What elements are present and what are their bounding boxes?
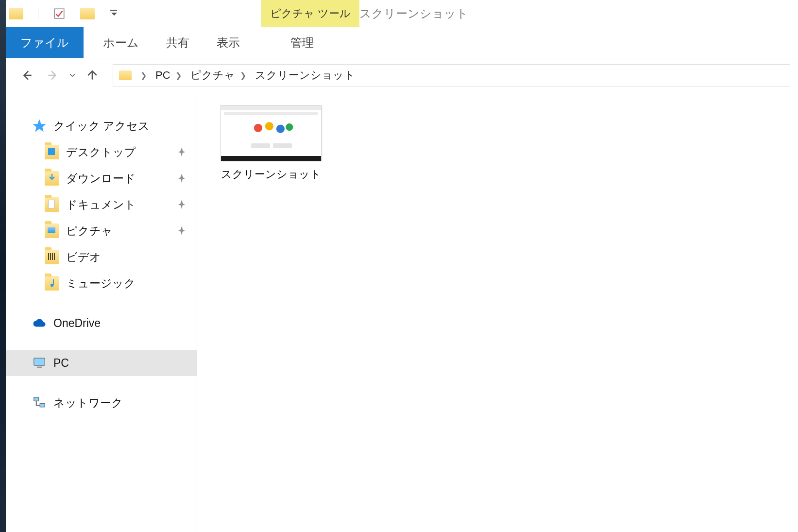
- content-pane[interactable]: スクリーンショット: [197, 92, 798, 532]
- svg-rect-0: [54, 9, 64, 18]
- sidebar-item-downloads[interactable]: ダウンロード: [6, 165, 197, 191]
- new-folder-icon[interactable]: [80, 8, 95, 19]
- desktop-background-sliver: [0, 0, 6, 532]
- sidebar-item-label: PC: [53, 357, 69, 370]
- sidebar-item-label: ミュージック: [66, 276, 136, 291]
- svg-point-5: [51, 284, 53, 287]
- sidebar-item-music[interactable]: ミュージック: [6, 270, 197, 296]
- back-button[interactable]: [17, 65, 38, 86]
- recent-locations-dropdown[interactable]: [67, 72, 78, 79]
- tab-manage[interactable]: 管理: [268, 27, 336, 58]
- navigation-pane: クイック アクセス デスクトップ ダウンロード ドキュメント ピクチャ: [6, 92, 197, 532]
- sidebar-item-label: クイック アクセス: [53, 119, 150, 134]
- breadcrumb-pictures[interactable]: ピクチャ❯: [187, 68, 252, 83]
- contextual-tab-header: ピクチャ ツール: [261, 0, 359, 27]
- folder-icon: [45, 171, 59, 186]
- sidebar-item-quick-access[interactable]: クイック アクセス: [6, 113, 197, 139]
- breadcrumb-pc[interactable]: PC❯: [153, 69, 187, 82]
- breadcrumb-screenshots[interactable]: スクリーンショット: [252, 68, 358, 83]
- title-bar: ピクチャ ツール スクリーンショット: [0, 0, 798, 27]
- sidebar-item-onedrive[interactable]: OneDrive: [6, 310, 197, 336]
- tab-view-label: 表示: [217, 35, 240, 51]
- pc-icon: [32, 356, 47, 370]
- tab-share-label: 共有: [166, 35, 189, 51]
- sidebar-item-desktop[interactable]: デスクトップ: [6, 139, 197, 165]
- tab-view[interactable]: 表示: [203, 27, 254, 58]
- tab-home-label: ホーム: [103, 35, 139, 51]
- breadcrumb-pc-label: PC: [155, 69, 170, 82]
- explorer-window: ピクチャ ツール スクリーンショット ファイル ホーム 共有 表示 管理 ❯ P…: [0, 0, 798, 532]
- pin-icon: [176, 173, 187, 184]
- svg-rect-9: [40, 403, 45, 407]
- forward-button[interactable]: [42, 65, 63, 86]
- sidebar-item-pc[interactable]: PC: [6, 350, 197, 376]
- navigation-bar: ❯ PC❯ ピクチャ❯ スクリーンショット: [0, 58, 798, 92]
- folder-icon: [45, 276, 59, 291]
- svg-marker-4: [33, 119, 46, 132]
- sidebar-item-pictures[interactable]: ピクチャ: [6, 218, 197, 244]
- sidebar-item-network[interactable]: ネットワーク: [6, 390, 197, 416]
- svg-rect-7: [37, 367, 42, 368]
- sidebar-item-label: デスクトップ: [66, 145, 136, 160]
- tab-file[interactable]: ファイル: [6, 27, 84, 58]
- tab-manage-label: 管理: [290, 35, 314, 51]
- network-icon: [32, 395, 47, 410]
- breadcrumb-sep[interactable]: ❯: [135, 71, 153, 80]
- breadcrumb-pictures-label: ピクチャ: [190, 68, 235, 83]
- window-title: スクリーンショット: [359, 0, 468, 27]
- folder-icon: [45, 145, 59, 159]
- tab-file-label: ファイル: [20, 35, 69, 51]
- sidebar-item-label: ピクチャ: [66, 223, 113, 239]
- cloud-icon: [32, 316, 47, 330]
- properties-icon[interactable]: [53, 7, 66, 20]
- pin-icon: [176, 199, 187, 210]
- sidebar-item-label: ダウンロード: [66, 171, 136, 186]
- sidebar-item-label: ネットワーク: [53, 395, 123, 411]
- divider: [38, 7, 38, 20]
- up-button[interactable]: [82, 65, 103, 86]
- body: クイック アクセス デスクトップ ダウンロード ドキュメント ピクチャ: [0, 92, 798, 532]
- folder-icon: [119, 70, 132, 80]
- folder-icon: [45, 197, 59, 212]
- sidebar-item-documents[interactable]: ドキュメント: [6, 191, 197, 218]
- contextual-tab-label: ピクチャ ツール: [270, 6, 351, 21]
- breadcrumb-screenshots-label: スクリーンショット: [255, 68, 355, 83]
- quick-access-toolbar: [9, 7, 119, 20]
- tab-share[interactable]: 共有: [153, 27, 203, 58]
- quick-access-icon: [32, 119, 47, 133]
- qat-customize-dropdown[interactable]: [109, 10, 119, 17]
- pin-icon: [176, 147, 187, 157]
- folder-icon[interactable]: [9, 8, 23, 19]
- sidebar-item-videos[interactable]: ビデオ: [6, 244, 197, 270]
- sidebar-item-label: OneDrive: [53, 317, 101, 330]
- window-title-text: スクリーンショット: [359, 6, 468, 21]
- tab-home[interactable]: ホーム: [89, 27, 153, 58]
- folder-icon: [45, 250, 59, 264]
- pin-icon: [176, 225, 187, 236]
- ribbon-tabs: ファイル ホーム 共有 表示 管理: [0, 27, 798, 58]
- thumbnail-screenshot: [221, 105, 322, 161]
- folder-icon: [45, 223, 59, 238]
- svg-rect-8: [34, 397, 39, 401]
- file-item[interactable]: スクリーンショット: [218, 105, 324, 182]
- sidebar-item-label: ドキュメント: [66, 197, 136, 212]
- svg-rect-6: [34, 358, 45, 365]
- sidebar-item-label: ビデオ: [66, 250, 101, 265]
- address-bar[interactable]: ❯ PC❯ ピクチャ❯ スクリーンショット: [113, 64, 790, 86]
- file-name-label: スクリーンショット: [218, 167, 324, 182]
